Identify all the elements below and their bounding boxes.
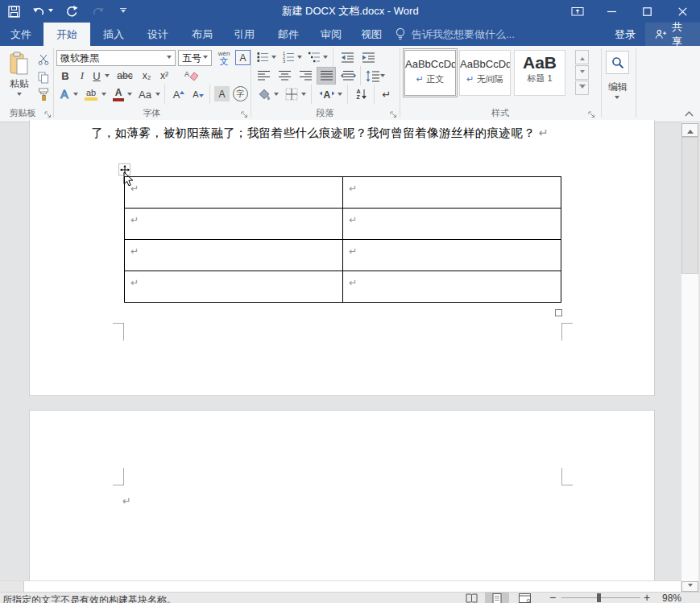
styles-dialog-launcher[interactable] (588, 108, 596, 116)
bold-button[interactable]: B (58, 68, 72, 84)
align-right-button[interactable] (297, 68, 313, 84)
underline-caret[interactable] (105, 74, 110, 80)
multilevel-list-button[interactable] (307, 49, 321, 65)
tab-mailings[interactable]: 邮件 (268, 23, 309, 46)
undo-dropdown-caret[interactable] (48, 9, 53, 14)
asian-layout-caret[interactable] (338, 93, 342, 98)
multilevel-caret[interactable] (323, 56, 328, 61)
paragraph-text[interactable]: 了，如薄雾，被初阳蒸融了；我留着些什么痕迹呢？我何曾留着像游丝样的痕迹呢？ ↵ (91, 126, 549, 141)
tab-layout[interactable]: 布局 (182, 23, 222, 46)
collapse-ribbon-button[interactable] (681, 105, 696, 122)
format-painter-button[interactable] (35, 86, 52, 102)
copy-button[interactable] (35, 69, 52, 85)
tab-home[interactable]: 开始 (43, 23, 90, 46)
enclose-characters-button[interactable]: 字 (233, 86, 248, 101)
character-border-button[interactable]: A (235, 50, 251, 65)
read-mode-button[interactable] (461, 593, 482, 603)
paste-dropdown-caret[interactable] (17, 93, 22, 98)
table-cell[interactable]: ↵ (343, 209, 561, 240)
paste-button[interactable]: 粘贴 (5, 49, 34, 101)
editing-caret[interactable] (615, 96, 619, 101)
zoom-slider-thumb[interactable] (597, 593, 601, 602)
paragraph-dialog-launcher[interactable] (390, 108, 398, 116)
tell-me-box[interactable]: 告诉我您想要做什么... (395, 23, 515, 46)
superscript-button[interactable]: x² (156, 68, 172, 84)
font-name-combo[interactable]: 微软雅黑 (56, 50, 176, 66)
share-button[interactable]: 共享 (645, 23, 700, 46)
scroll-down-button[interactable] (681, 581, 698, 592)
clear-formatting-button[interactable]: A (182, 68, 201, 84)
style-card-normal[interactable]: AaBbCcDd ↵ 正文 (404, 50, 456, 96)
zoom-out-button[interactable]: − (549, 591, 556, 603)
tab-view[interactable]: 视图 (351, 23, 391, 46)
borders-caret[interactable] (301, 93, 306, 98)
horizontal-scrollbar-thumb[interactable] (0, 581, 24, 592)
text-effects-button[interactable]: A (56, 86, 72, 102)
change-case-button[interactable]: Aa (135, 86, 155, 102)
clipboard-dialog-launcher[interactable] (44, 108, 52, 116)
redo-button[interactable] (64, 2, 79, 20)
save-button[interactable] (6, 2, 21, 20)
find-button[interactable] (606, 51, 629, 74)
shading-caret[interactable] (274, 93, 279, 98)
underline-button[interactable]: U (90, 68, 103, 84)
horizontal-scrollbar-track[interactable] (0, 580, 681, 592)
tab-design[interactable]: 设计 (138, 23, 178, 46)
line-spacing-caret[interactable] (380, 74, 385, 80)
zoom-slider-track[interactable] (561, 597, 640, 598)
phonetic-guide-button[interactable]: wén 文 (214, 47, 234, 68)
font-color-button[interactable]: A (111, 86, 126, 102)
maximize-button[interactable] (629, 0, 665, 23)
numbering-button[interactable]: 123 (281, 49, 296, 65)
style-card-heading1[interactable]: AaB 标题 1 (514, 50, 565, 96)
strikethrough-button[interactable]: abc (114, 68, 135, 84)
print-layout-button[interactable] (485, 593, 509, 603)
table-cell[interactable]: ↵ (343, 177, 561, 209)
scroll-up-button[interactable] (681, 123, 698, 137)
styles-more-button[interactable] (575, 81, 589, 95)
decrease-indent-button[interactable] (339, 49, 355, 65)
subscript-button[interactable]: x₂ (139, 68, 155, 84)
align-left-button[interactable] (255, 68, 271, 84)
distribute-button[interactable] (338, 68, 358, 84)
numbering-caret[interactable] (297, 56, 302, 61)
table-cell[interactable]: ↵ (343, 271, 561, 303)
document-table[interactable]: ↵ ↵ ↵ ↵ ↵ ↵ ↵ ↵ (124, 176, 561, 303)
tab-file[interactable]: 文件 (5, 23, 37, 46)
sort-button[interactable]: A Z (353, 86, 371, 102)
table-cell[interactable]: ↵ (125, 177, 343, 209)
table-cell[interactable]: ↵ (125, 240, 343, 271)
change-case-caret[interactable] (155, 93, 160, 98)
asian-layout-button[interactable]: A (317, 86, 337, 102)
show-hide-marks-button[interactable]: ↵ (379, 86, 395, 102)
zoom-in-button[interactable]: + (644, 591, 650, 603)
styles-scroll-down-button[interactable] (575, 65, 589, 80)
shrink-font-button[interactable]: A (190, 86, 206, 102)
minimize-button[interactable] (594, 0, 629, 23)
tab-review[interactable]: 审阅 (311, 23, 351, 46)
character-shading-button[interactable]: A (214, 86, 230, 101)
borders-button[interactable] (284, 86, 300, 102)
italic-button[interactable]: I (76, 68, 89, 84)
table-cell[interactable]: ↵ (343, 240, 561, 271)
highlight-button[interactable]: ab (82, 86, 100, 102)
table-cell[interactable]: ↵ (125, 271, 343, 303)
table-resize-handle[interactable] (555, 309, 562, 316)
web-layout-button[interactable] (514, 593, 535, 603)
font-color-caret[interactable] (127, 93, 132, 98)
vertical-scrollbar-thumb[interactable] (681, 137, 698, 274)
ribbon-display-options-button[interactable] (561, 0, 594, 23)
bullets-button[interactable] (255, 49, 270, 65)
tab-insert[interactable]: 插入 (93, 23, 134, 46)
style-card-no-spacing[interactable]: AaBbCcDd ↵ 无间隔 (459, 50, 511, 96)
undo-button[interactable] (32, 2, 53, 20)
highlight-caret[interactable] (101, 93, 106, 98)
grow-font-button[interactable]: A (171, 86, 187, 102)
increase-indent-button[interactable] (360, 49, 376, 65)
editing-group-button-label[interactable]: 编辑 (604, 79, 632, 95)
text-effects-caret[interactable] (73, 93, 78, 98)
customize-qat-button[interactable] (116, 2, 130, 20)
align-center-button[interactable] (276, 68, 292, 84)
tab-references[interactable]: 引用 (224, 23, 264, 46)
font-dialog-launcher[interactable] (241, 108, 249, 116)
